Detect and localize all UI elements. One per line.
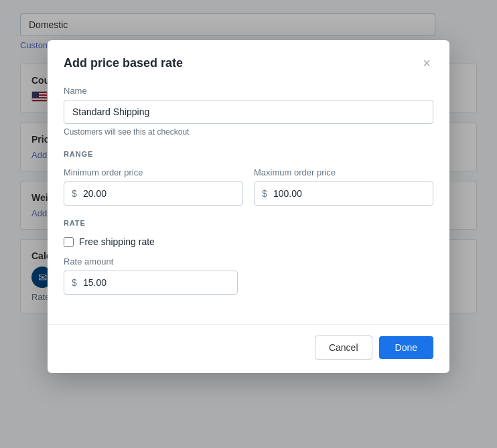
rate-amount-wrapper: $ [64, 271, 238, 295]
max-price-input[interactable] [254, 181, 433, 206]
modal-overlay: Add price based rate × Name Customers wi… [0, 0, 497, 448]
modal-title: Add price based rate [64, 56, 183, 70]
price-range-row: Minimum order price $ Maximum order pric… [64, 167, 433, 206]
modal-footer: Cancel Done [48, 324, 449, 373]
rate-amount-label: Rate amount [64, 256, 238, 267]
max-price-col: Maximum order price $ [254, 167, 433, 206]
modal: Add price based rate × Name Customers wi… [48, 40, 449, 373]
min-price-input[interactable] [64, 181, 243, 206]
free-shipping-row: Free shipping rate [64, 236, 433, 247]
min-price-prefix: $ [72, 188, 77, 199]
max-price-prefix: $ [262, 188, 267, 199]
min-price-label: Minimum order price [64, 167, 243, 177]
modal-header: Add price based rate × [48, 40, 449, 83]
max-price-label: Maximum order price [254, 167, 433, 177]
rate-heading: RATE [64, 219, 433, 227]
rate-section: RATE Free shipping rate Rate amount $ [64, 219, 433, 295]
name-label: Name [64, 86, 433, 96]
free-shipping-label: Free shipping rate [79, 236, 155, 247]
min-price-col: Minimum order price $ [64, 167, 243, 206]
modal-close-button[interactable]: × [420, 54, 433, 72]
done-button[interactable]: Done [379, 336, 433, 359]
name-input[interactable] [64, 100, 433, 124]
rate-amount-input[interactable] [64, 271, 238, 295]
free-shipping-checkbox[interactable] [64, 237, 74, 247]
min-price-wrapper: $ [64, 181, 243, 206]
modal-body: Name Customers will see this at checkout… [48, 83, 449, 319]
name-hint: Customers will see this at checkout [64, 127, 433, 137]
range-heading: RANGE [64, 150, 433, 158]
max-price-wrapper: $ [254, 181, 433, 206]
cancel-button[interactable]: Cancel [315, 335, 372, 360]
name-form-group: Name Customers will see this at checkout [64, 86, 433, 137]
rate-amount-prefix: $ [72, 277, 77, 288]
rate-amount-group: Rate amount $ [64, 256, 238, 295]
